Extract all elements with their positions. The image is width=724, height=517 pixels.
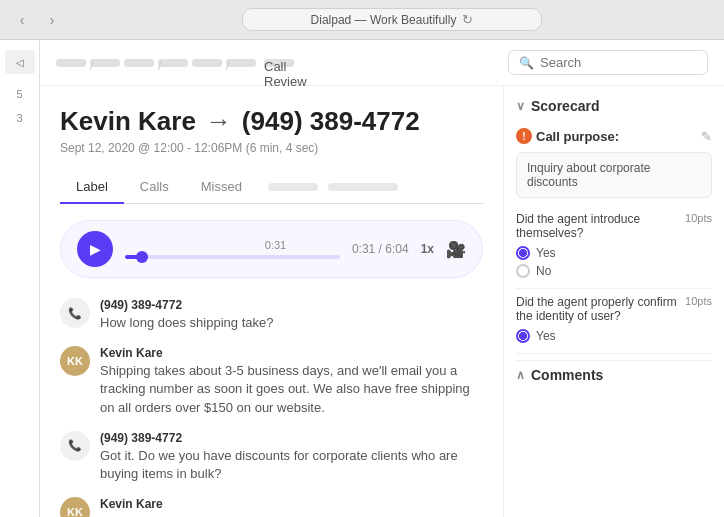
sender-name-2: Kevin Kare	[100, 346, 483, 360]
tab-title: Dialpad — Work Beautifully	[311, 13, 457, 27]
search-input[interactable]	[540, 55, 690, 70]
message-content-4: Kevin Kare	[100, 497, 163, 513]
address-bar[interactable]: Dialpad — Work Beautifully ↻	[242, 8, 542, 31]
phone-icon-1: 📞	[68, 307, 82, 320]
question-1: Did the agent introduce themselves? 10pt…	[516, 212, 712, 278]
option-no-1-label: No	[536, 264, 551, 278]
question-1-label: Did the agent introduce themselves? 10pt…	[516, 212, 712, 240]
breadcrumb-current: Call Review	[264, 59, 294, 67]
time-display: 0:31 / 6:04	[352, 242, 409, 256]
message-text-2: Shipping takes about 3-5 business days, …	[100, 362, 483, 417]
breadcrumb-divider-3: /	[226, 59, 256, 67]
scorecard-title: Scorecard	[531, 98, 599, 114]
question-2-text: Did the agent properly confirm the ident…	[516, 295, 681, 323]
call-purpose-icon: !	[516, 128, 532, 144]
message-row: 📞 (949) 389-4772 Got it. Do we you have …	[60, 431, 483, 483]
caller-name: Kevin Kare	[60, 106, 196, 137]
forward-button[interactable]: ›	[42, 10, 62, 30]
breadcrumb-item-3	[192, 59, 222, 67]
avatar-user-2: KK	[60, 497, 90, 517]
radio-no-1[interactable]	[516, 264, 530, 278]
call-purpose-text: Call purpose:	[536, 129, 619, 144]
play-icon: ▶	[90, 241, 101, 257]
right-panel: ∨ Scorecard ! Call purpose: ✎ Inquiry ab…	[504, 86, 724, 517]
app-layout: ◁ 5 3 / / / Call Review 🔍	[0, 40, 724, 517]
caller-info: Kevin Kare → (949) 389-4772	[60, 106, 483, 137]
top-header: / / / Call Review 🔍	[40, 40, 724, 86]
tab-calls[interactable]: Calls	[124, 171, 185, 204]
avatar-phone-1: 📞	[60, 298, 90, 328]
question-2-points: 10pts	[685, 295, 712, 307]
chevron-down-icon: ∨	[516, 99, 525, 113]
message-content-2: Kevin Kare Shipping takes about 3-5 busi…	[100, 346, 483, 417]
comments-title: Comments	[531, 367, 603, 383]
call-date: Sept 12, 2020 @ 12:00 - 12:06PM (6 min, …	[60, 141, 483, 155]
message-row: KK Kevin Kare	[60, 497, 483, 517]
message-content-1: (949) 389-4772 How long does shipping ta…	[100, 298, 273, 332]
avatar-user-1: KK	[60, 346, 90, 376]
message-row: 📞 (949) 389-4772 How long does shipping …	[60, 298, 483, 332]
current-time: 0:31	[352, 242, 375, 256]
caller-phone: (949) 389-4772	[242, 106, 420, 137]
tab-bar-placeholder-2	[328, 183, 398, 191]
search-icon: 🔍	[519, 56, 534, 70]
reload-button[interactable]: ↻	[462, 12, 473, 27]
call-purpose-label: ! Call purpose: ✎	[516, 128, 712, 144]
total-time: 6:04	[385, 242, 408, 256]
progress-bar[interactable]	[125, 255, 340, 259]
radio-yes-2[interactable]	[516, 329, 530, 343]
question-2-options: Yes	[516, 329, 712, 343]
progress-dot	[136, 251, 148, 263]
sidebar-num-1: 5	[16, 88, 22, 100]
call-direction-icon: →	[206, 106, 232, 137]
play-button[interactable]: ▶	[77, 231, 113, 267]
scorecard-call-purpose: ! Call purpose: ✎ Inquiry about corporat…	[516, 128, 712, 198]
breadcrumb-item-1	[56, 59, 86, 67]
chevron-up-icon: ∧	[516, 368, 525, 382]
breadcrumb-divider-2: /	[158, 59, 188, 67]
question-1-text: Did the agent introduce themselves?	[516, 212, 681, 240]
tab-bar: Label Calls Missed	[60, 171, 483, 204]
video-icon[interactable]: 🎥	[446, 240, 466, 259]
option-yes-2[interactable]: Yes	[516, 329, 712, 343]
message-text-1: How long does shipping take?	[100, 314, 273, 332]
main-content: / / / Call Review 🔍 Kevin Kare → (949) 3…	[40, 40, 724, 517]
breadcrumb-item-2	[124, 59, 154, 67]
browser-chrome: ‹ › Dialpad — Work Beautifully ↻	[0, 0, 724, 40]
phone-icon-2: 📞	[68, 439, 82, 452]
question-2: Did the agent properly confirm the ident…	[516, 295, 712, 343]
question-2-label: Did the agent properly confirm the ident…	[516, 295, 712, 323]
avatar-phone-2: 📞	[60, 431, 90, 461]
speed-button[interactable]: 1x	[421, 242, 434, 256]
edit-icon[interactable]: ✎	[701, 129, 712, 144]
back-button[interactable]: ‹	[12, 10, 32, 30]
tab-bar-placeholder-1	[268, 183, 318, 191]
sender-name-3: (949) 389-4772	[100, 431, 483, 445]
comments-header[interactable]: ∧ Comments	[516, 360, 712, 383]
tab-missed[interactable]: Missed	[185, 171, 258, 204]
sidebar-num-2: 3	[16, 112, 22, 124]
search-box[interactable]: 🔍	[508, 50, 708, 75]
message-text-3: Got it. Do we you have discounts for cor…	[100, 447, 483, 483]
call-purpose-answer: Inquiry about corporate discounts	[516, 152, 712, 198]
scorecard-header[interactable]: ∨ Scorecard	[516, 98, 712, 114]
left-panel: Kevin Kare → (949) 389-4772 Sept 12, 202…	[40, 86, 504, 517]
tab-label[interactable]: Label	[60, 171, 124, 204]
time-sep: /	[379, 242, 382, 256]
transcript: 📞 (949) 389-4772 How long does shipping …	[60, 298, 483, 517]
divider-2	[516, 353, 712, 354]
content-area: Kevin Kare → (949) 389-4772 Sept 12, 202…	[40, 86, 724, 517]
question-1-options: Yes No	[516, 246, 712, 278]
time-marker: 0:31	[211, 239, 340, 251]
left-sidebar: ◁ 5 3	[0, 40, 40, 517]
question-1-points: 10pts	[685, 212, 712, 224]
message-content-3: (949) 389-4772 Got it. Do we you have di…	[100, 431, 483, 483]
option-yes-2-label: Yes	[536, 329, 556, 343]
sender-name-1: (949) 389-4772	[100, 298, 273, 312]
divider-1	[516, 288, 712, 289]
option-no-1[interactable]: No	[516, 264, 712, 278]
option-yes-1[interactable]: Yes	[516, 246, 712, 260]
sidebar-toggle[interactable]: ◁	[5, 50, 35, 74]
sender-name-4: Kevin Kare	[100, 497, 163, 511]
radio-yes-1[interactable]	[516, 246, 530, 260]
